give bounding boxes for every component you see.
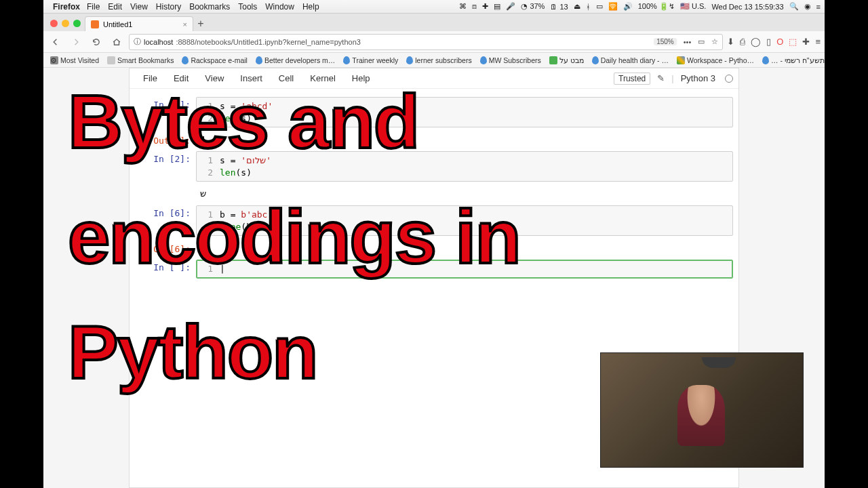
input-flag[interactable]: 🇺🇸 U.S. bbox=[680, 2, 706, 11]
cell-source[interactable]: 1| bbox=[196, 260, 733, 279]
bookmark-item[interactable]: Better developers m… bbox=[253, 56, 338, 64]
site-info-icon[interactable]: ⓘ bbox=[134, 37, 141, 47]
code-cell-selected[interactable]: In [ ]: 1| bbox=[130, 257, 738, 281]
mic-icon[interactable]: 🎤 bbox=[506, 2, 515, 11]
tab-title: Untitled1 bbox=[103, 20, 132, 28]
status-icon[interactable]: ▤ bbox=[494, 2, 500, 11]
gear-icon: ⚙ bbox=[50, 56, 58, 64]
bookmark-star-icon[interactable]: ☆ bbox=[711, 37, 718, 46]
page-actions-icon[interactable]: ••• bbox=[684, 38, 692, 46]
account-icon[interactable]: ◯ bbox=[751, 37, 761, 47]
menu-tools[interactable]: Tools bbox=[238, 2, 257, 12]
volume-icon[interactable]: 🔊 bbox=[623, 2, 633, 11]
nb-menu-kernel[interactable]: Kernel bbox=[302, 73, 344, 83]
status-icon[interactable]: ✚ bbox=[482, 2, 488, 11]
out-prompt: Out[1]: bbox=[135, 133, 196, 146]
url-path: :8888/notebooks/Untitled1.ipynb?kernel_n… bbox=[176, 38, 360, 46]
forward-button bbox=[68, 34, 84, 50]
new-tab-button[interactable]: + bbox=[193, 16, 208, 31]
menu-bookmarks[interactable]: Bookmarks bbox=[189, 2, 230, 12]
menu-history[interactable]: History bbox=[156, 2, 181, 12]
bookmark-item[interactable]: Rackspace e-mail bbox=[179, 56, 250, 64]
drip-icon bbox=[343, 56, 350, 64]
bookmark-item[interactable]: מבט על bbox=[547, 56, 587, 64]
app-name[interactable]: Firefox bbox=[53, 2, 80, 12]
drip-icon bbox=[256, 56, 262, 64]
code-cell[interactable]: In [6]: 1b = b'abc' 2type(b) bbox=[130, 203, 738, 239]
reader-icon[interactable]: ▭ bbox=[698, 37, 705, 46]
nb-menu-edit[interactable]: Edit bbox=[165, 73, 197, 83]
bookmark-folder[interactable]: Smart Bookmarks bbox=[104, 56, 176, 64]
nb-menu-view[interactable]: View bbox=[197, 73, 232, 83]
wifi-battery-icon[interactable]: ◔ 37% bbox=[521, 2, 545, 11]
in-prompt: In [6]: bbox=[135, 205, 196, 236]
bookmark-item[interactable]: Daily health diary - … bbox=[589, 56, 671, 64]
output-row: ש bbox=[130, 184, 738, 203]
bluetooth-icon[interactable]: ᚼ bbox=[586, 3, 591, 11]
menu-edit[interactable]: Edit bbox=[108, 2, 122, 12]
downloads-icon[interactable]: ⬇ bbox=[727, 37, 734, 47]
menu-view[interactable]: View bbox=[130, 2, 148, 12]
url-bar[interactable]: ⓘ localhost:8888/notebooks/Untitled1.ipy… bbox=[129, 34, 723, 50]
bookmarks-bar: ⚙Most Visited Smart Bookmarks Rackspace … bbox=[43, 53, 825, 68]
calendar-icon[interactable]: 🗓 13 bbox=[550, 3, 568, 11]
trusted-badge[interactable]: Trusted bbox=[614, 73, 650, 85]
bookmark-item[interactable]: Workspace - Pytho… bbox=[674, 56, 757, 64]
battery-status[interactable]: 100% 🔋↯ bbox=[638, 2, 675, 11]
close-tab-button[interactable]: × bbox=[183, 20, 187, 28]
menu-file[interactable]: File bbox=[87, 2, 100, 12]
home-button[interactable] bbox=[108, 34, 125, 50]
kernel-status-icon bbox=[725, 75, 733, 83]
bookmark-item[interactable]: … - נבאות תשע"ח רשמי bbox=[760, 56, 825, 64]
output-text bbox=[196, 241, 733, 254]
status-icon[interactable]: ⌘ bbox=[459, 2, 467, 11]
bookmark-item[interactable]: lerner subscribers bbox=[403, 56, 474, 64]
opera-icon[interactable]: O bbox=[776, 37, 783, 47]
cell-source[interactable]: 1b = b'abc' 2type(b) bbox=[196, 205, 733, 236]
close-window-button[interactable] bbox=[50, 20, 58, 27]
sidebar-icon[interactable]: ▯ bbox=[766, 37, 771, 47]
kernel-name[interactable]: Python 3 bbox=[681, 73, 715, 83]
code-cell[interactable]: In [2]: 1s = 'שלום' 2len(s) bbox=[130, 148, 738, 184]
code-cell[interactable]: In [1]: 1s = 'abcd' 2len(s) bbox=[130, 94, 738, 130]
browser-tabstrip: Untitled1 × + bbox=[43, 14, 825, 31]
hamburger-menu-icon[interactable]: ≡ bbox=[815, 37, 821, 47]
nb-menu-insert[interactable]: Insert bbox=[232, 73, 271, 83]
nb-menu-file[interactable]: File bbox=[135, 73, 165, 83]
cells-area: In [1]: 1s = 'abcd' 2len(s) Out[1]: 4 In… bbox=[130, 89, 738, 287]
menu-help[interactable]: Help bbox=[302, 2, 319, 12]
dropbox-icon[interactable]: ⧈ bbox=[472, 2, 477, 11]
folder-icon bbox=[107, 56, 115, 64]
bookmark-most-visited[interactable]: ⚙Most Visited bbox=[47, 56, 102, 64]
window-controls bbox=[46, 20, 85, 31]
reload-button[interactable] bbox=[88, 34, 104, 50]
cell-source[interactable]: 1s = 'שלום' 2len(s) bbox=[196, 151, 733, 182]
zoom-badge[interactable]: 150% bbox=[654, 38, 677, 45]
clock[interactable]: Wed Dec 13 15:59:33 bbox=[711, 3, 783, 11]
drip-icon bbox=[406, 56, 413, 64]
output-text: ש bbox=[196, 187, 733, 200]
bookmark-item[interactable]: Trainer weekly bbox=[340, 56, 401, 64]
edit-icon[interactable]: ✎ bbox=[657, 73, 665, 83]
output-row: Out[1]: 4 bbox=[130, 130, 738, 148]
nb-menu-cell[interactable]: Cell bbox=[271, 73, 302, 83]
cell-source[interactable]: 1s = 'abcd' 2len(s) bbox=[196, 97, 733, 127]
display-icon[interactable]: ▭ bbox=[596, 2, 603, 11]
nb-menu-help[interactable]: Help bbox=[344, 73, 378, 83]
bookmark-item[interactable]: MW Subscribers bbox=[477, 56, 544, 64]
library-icon[interactable]: ⎙ bbox=[740, 37, 745, 47]
siri-icon[interactable]: ◉ bbox=[804, 2, 811, 11]
spotlight-icon[interactable]: 🔍 bbox=[789, 2, 799, 11]
zoom-window-button[interactable] bbox=[73, 20, 81, 27]
extension-icon[interactable]: ⬚ bbox=[789, 37, 797, 47]
eject-icon[interactable]: ⏏ bbox=[574, 2, 580, 11]
jupyter-favicon-icon bbox=[91, 20, 99, 28]
minimize-window-button[interactable] bbox=[62, 20, 69, 27]
wifi-icon[interactable]: 🛜 bbox=[608, 2, 618, 11]
clip-icon[interactable]: ✚ bbox=[802, 37, 810, 47]
back-button[interactable] bbox=[47, 34, 64, 50]
browser-tab[interactable]: Untitled1 × bbox=[85, 16, 193, 31]
menu-window[interactable]: Window bbox=[265, 2, 294, 12]
notification-icon[interactable]: ≡ bbox=[816, 3, 821, 11]
in-prompt: In [2]: bbox=[135, 151, 196, 182]
